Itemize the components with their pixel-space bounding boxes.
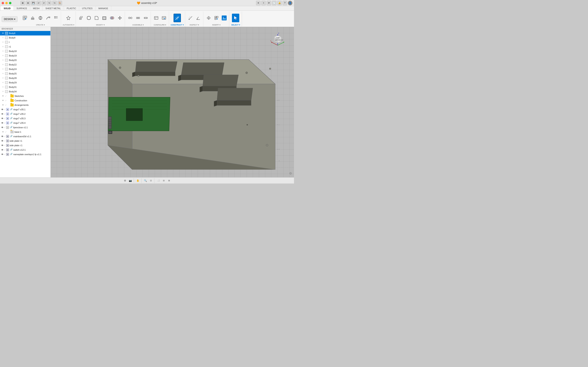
visibility-icon-sketches[interactable]: 👁 [1, 94, 4, 98]
visibility-icon-ring3[interactable]: 👁 [1, 117, 3, 120]
config1-button[interactable] [153, 14, 160, 22]
select-button[interactable] [232, 14, 239, 22]
redo2-button[interactable]: ↪ [52, 1, 57, 5]
new-component-button[interactable] [21, 14, 29, 22]
design-dropdown[interactable]: DESIGN ▾ [2, 16, 17, 22]
visibility-icon-construction[interactable]: 👁 [1, 99, 4, 102]
sidebar-item-construction[interactable]: 👁 ⟋ Construction [0, 98, 51, 103]
display2-btn[interactable]: ⊟ [161, 178, 166, 183]
minimize-button[interactable] [5, 2, 8, 4]
sidebar-item-switch[interactable]: 👁 ⟋ ⊟ 🔗 switch v12:1 [0, 148, 51, 152]
capture-btn[interactable]: 📷 [128, 178, 133, 183]
visibility-icon-base[interactable]: 👁 [1, 130, 4, 133]
sidebar-item-r1[interactable]: 👁 r1 [0, 44, 51, 49]
pattern-button[interactable] [52, 14, 60, 22]
undo2-button[interactable]: ↩ [42, 1, 46, 5]
sidebar-item-body34[interactable]: 👁 Body34 [0, 89, 51, 94]
sidebar-item-ringv7v351[interactable]: 👁 ⟋ ⊞ 🔗 ringv7 v35:1 [0, 107, 51, 112]
add-tab-button[interactable]: + [261, 1, 266, 5]
chamfer-button[interactable] [93, 14, 100, 22]
joint-button[interactable] [127, 14, 134, 22]
sidebar-item-body29[interactable]: 👁 Body29 [0, 80, 51, 85]
sidebar-item-mainbaord3d[interactable]: 👁 ⟋ ⊟ 🔗 mainbaord3d v1:1 [0, 134, 51, 139]
maximize-button[interactable] [9, 2, 11, 4]
visibility-icon-fp[interactable]: 👁 [1, 126, 3, 129]
sidebar-item-ringv7v353[interactable]: 👁 ⟋ ⊞ 🔗 ringv7 v35:3 [0, 116, 51, 121]
notify-button[interactable]: 🔔 [277, 1, 282, 5]
sidebar-item-fpenclose[interactable]: 👁 ⟋ ◻ 🔗 fpenclose v1:1 [0, 125, 51, 130]
fillet-button[interactable] [85, 14, 93, 22]
insert-derive-button[interactable] [205, 14, 212, 22]
sidebar-item-sideplate-l[interactable]: 👁 ⟋ ⊟ side plate l:1 [0, 139, 51, 143]
sidebar-item-body18[interactable]: 👁 Body18 [0, 49, 51, 53]
move-button[interactable] [116, 14, 123, 22]
revolve-button[interactable] [37, 14, 44, 22]
sidebar-item-ringv7v352[interactable]: 👁 ⟋ ⊞ 🔗 ringv7 v35:2 [0, 112, 51, 116]
zoom-window-btn[interactable]: 🔍 [143, 178, 148, 183]
construct-button[interactable] [173, 14, 181, 22]
visibility-icon-ring1[interactable]: 👁 [1, 108, 3, 111]
nav-cube[interactable]: Z Y TOP LEFT FRONT [269, 31, 286, 47]
visibility-icon-spr[interactable]: 👁 [1, 144, 3, 147]
visibility-icon-body22[interactable]: 👁 [1, 63, 4, 66]
visibility-icon-body25[interactable]: 👁 [1, 72, 4, 75]
insert-image-button[interactable] [221, 14, 228, 22]
viewport-settings-icon[interactable]: ⚙ [289, 171, 292, 175]
visibility-icon-body31[interactable]: 👁 [1, 85, 4, 89]
visibility-icon-r1[interactable]: 👁 [1, 45, 4, 48]
sidebar-item-base1[interactable]: 👁 ⟋ base:1 [0, 130, 51, 134]
visibility-icon-body18[interactable]: 👁 [1, 50, 4, 53]
visibility-icon-body8[interactable]: 👁 [1, 32, 4, 35]
push-pull-button[interactable] [77, 14, 85, 22]
measure-button[interactable] [187, 14, 194, 22]
sidebar-item-body19[interactable]: 👁 Body19 [0, 53, 51, 58]
visibility-icon-body24[interactable]: 👁 [1, 67, 4, 71]
visibility-icon-body19[interactable]: 👁 [1, 54, 4, 57]
pan-btn[interactable]: ✋ [136, 178, 140, 183]
rigid-button[interactable] [134, 14, 142, 22]
grid-button[interactable]: ⊞ [20, 1, 25, 5]
display3-btn[interactable]: ⊞ [167, 178, 172, 183]
sidebar-item-body22[interactable]: 👁 Body22 [0, 62, 51, 67]
visibility-icon-main[interactable]: 👁 [1, 135, 3, 138]
visibility-icon-l[interactable]: 👁 [1, 41, 4, 44]
tab-solid[interactable]: SOLID [1, 6, 14, 10]
visibility-icon-body28[interactable]: 👁 [1, 76, 4, 80]
apps-button[interactable]: ⊟ [26, 1, 30, 5]
sidebar-item-body24[interactable]: 👁 Body24 [0, 67, 51, 71]
sidebar-item-body9[interactable]: 👁 Body9 [0, 35, 51, 40]
tab-plastic[interactable]: PLASTIC [64, 6, 79, 10]
close-button[interactable] [2, 2, 4, 4]
zoom-fit-btn[interactable]: ⊡ [148, 178, 153, 183]
visibility-icon-ring2[interactable]: 👁 [1, 113, 3, 115]
user-avatar[interactable]: 👤 [288, 1, 292, 5]
sidebar-item-body20[interactable]: 👁 Body20 [0, 58, 51, 62]
save-button[interactable]: 💾 [31, 1, 35, 5]
config2-button[interactable] [160, 14, 168, 22]
sidebar-item-sketches[interactable]: 👁 ⟋ Sketches [0, 94, 51, 98]
visibility-icon-body34[interactable]: 👁 [1, 90, 4, 93]
tab-sheet-metal[interactable]: SHEET METAL [43, 6, 64, 10]
tab-utilities[interactable]: UTILITIES [79, 6, 95, 10]
extrude-button[interactable] [29, 14, 36, 22]
home-button[interactable]: 🏠 [58, 1, 62, 5]
sidebar-item-nameplate[interactable]: 👁 ⟋ ⊟ 🔗 nameplate overlayv1 fp v1:1 [0, 152, 51, 157]
close-tab-button[interactable]: ✕ [256, 1, 260, 5]
motion-button[interactable] [142, 14, 149, 22]
redo-button[interactable]: ↪ [47, 1, 52, 5]
sidebar-item-ringv7v354[interactable]: 👁 ⟋ ⊞ 🔗 ringv7 v35:4 [0, 121, 51, 125]
settings-btn[interactable]: ⚙ [123, 178, 128, 183]
visibility-icon-body20[interactable]: 👁 [1, 58, 4, 62]
sidebar-item-body28[interactable]: 👁 Body28 [0, 76, 51, 80]
display1-btn[interactable]: ⬜ [156, 178, 161, 183]
visibility-icon-spl[interactable]: 👁 [1, 140, 3, 142]
clock-button[interactable]: 🕐 [272, 1, 277, 5]
viewport[interactable]: 80 75 100 125 Z Y [51, 27, 294, 177]
visibility-icon-body29[interactable]: 👁 [1, 81, 4, 84]
sidebar-item-body31[interactable]: 👁 Body31 [0, 85, 51, 89]
visibility-icon-body9[interactable]: 👁 [1, 36, 4, 39]
undo-button[interactable]: ↩ [36, 1, 41, 5]
shell-button[interactable] [101, 14, 108, 22]
sidebar-item-sideplate-r[interactable]: 👁 ⟋ ⊟ side plate r:1 [0, 143, 51, 148]
sidebar-item-body8[interactable]: 👁 Body8 [0, 31, 51, 35]
